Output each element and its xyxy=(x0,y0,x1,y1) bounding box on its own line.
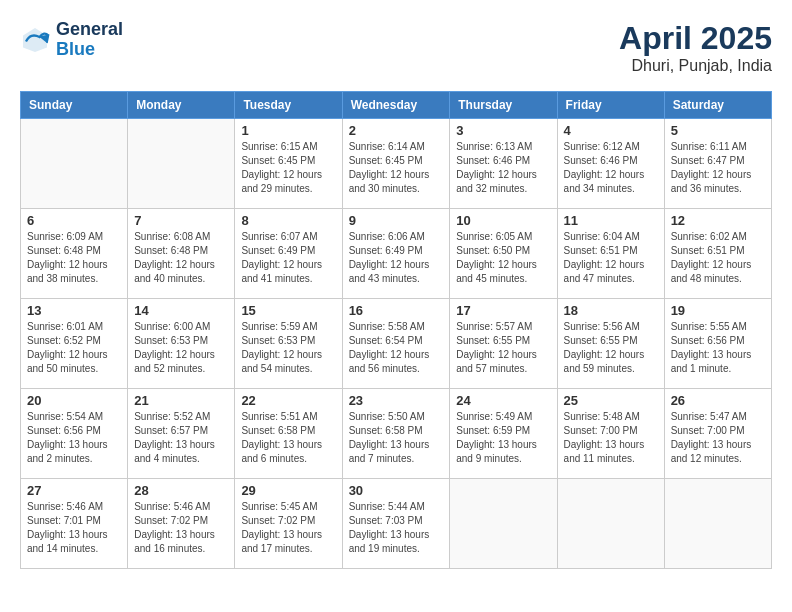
day-header: Sunday xyxy=(21,92,128,119)
day-number: 14 xyxy=(134,303,228,318)
day-number: 6 xyxy=(27,213,121,228)
day-number: 21 xyxy=(134,393,228,408)
page-header: General Blue April 2025 Dhuri, Punjab, I… xyxy=(20,20,772,75)
calendar-header-row: SundayMondayTuesdayWednesdayThursdayFrid… xyxy=(21,92,772,119)
logo-general: General xyxy=(56,20,123,40)
day-header: Monday xyxy=(128,92,235,119)
day-number: 19 xyxy=(671,303,765,318)
calendar-cell: 14Sunrise: 6:00 AMSunset: 6:53 PMDayligh… xyxy=(128,299,235,389)
page-subtitle: Dhuri, Punjab, India xyxy=(619,57,772,75)
calendar-cell: 16Sunrise: 5:58 AMSunset: 6:54 PMDayligh… xyxy=(342,299,450,389)
day-number: 4 xyxy=(564,123,658,138)
calendar-cell: 28Sunrise: 5:46 AMSunset: 7:02 PMDayligh… xyxy=(128,479,235,569)
calendar-week-row: 13Sunrise: 6:01 AMSunset: 6:52 PMDayligh… xyxy=(21,299,772,389)
day-info: Sunrise: 5:59 AMSunset: 6:53 PMDaylight:… xyxy=(241,320,335,376)
calendar-cell: 8Sunrise: 6:07 AMSunset: 6:49 PMDaylight… xyxy=(235,209,342,299)
calendar-cell: 29Sunrise: 5:45 AMSunset: 7:02 PMDayligh… xyxy=(235,479,342,569)
title-block: April 2025 Dhuri, Punjab, India xyxy=(619,20,772,75)
calendar-cell xyxy=(21,119,128,209)
day-number: 10 xyxy=(456,213,550,228)
day-info: Sunrise: 5:44 AMSunset: 7:03 PMDaylight:… xyxy=(349,500,444,556)
calendar-week-row: 1Sunrise: 6:15 AMSunset: 6:45 PMDaylight… xyxy=(21,119,772,209)
calendar-cell: 3Sunrise: 6:13 AMSunset: 6:46 PMDaylight… xyxy=(450,119,557,209)
day-info: Sunrise: 5:54 AMSunset: 6:56 PMDaylight:… xyxy=(27,410,121,466)
day-info: Sunrise: 5:57 AMSunset: 6:55 PMDaylight:… xyxy=(456,320,550,376)
day-number: 27 xyxy=(27,483,121,498)
logo-icon xyxy=(20,25,50,55)
day-number: 1 xyxy=(241,123,335,138)
calendar-cell: 5Sunrise: 6:11 AMSunset: 6:47 PMDaylight… xyxy=(664,119,771,209)
day-number: 29 xyxy=(241,483,335,498)
day-info: Sunrise: 5:46 AMSunset: 7:01 PMDaylight:… xyxy=(27,500,121,556)
day-number: 16 xyxy=(349,303,444,318)
day-number: 24 xyxy=(456,393,550,408)
day-info: Sunrise: 5:58 AMSunset: 6:54 PMDaylight:… xyxy=(349,320,444,376)
day-number: 8 xyxy=(241,213,335,228)
day-number: 26 xyxy=(671,393,765,408)
day-number: 22 xyxy=(241,393,335,408)
calendar-cell: 17Sunrise: 5:57 AMSunset: 6:55 PMDayligh… xyxy=(450,299,557,389)
day-info: Sunrise: 6:15 AMSunset: 6:45 PMDaylight:… xyxy=(241,140,335,196)
day-number: 9 xyxy=(349,213,444,228)
day-info: Sunrise: 5:52 AMSunset: 6:57 PMDaylight:… xyxy=(134,410,228,466)
calendar-cell: 19Sunrise: 5:55 AMSunset: 6:56 PMDayligh… xyxy=(664,299,771,389)
day-number: 17 xyxy=(456,303,550,318)
calendar-cell: 23Sunrise: 5:50 AMSunset: 6:58 PMDayligh… xyxy=(342,389,450,479)
day-info: Sunrise: 6:00 AMSunset: 6:53 PMDaylight:… xyxy=(134,320,228,376)
day-number: 20 xyxy=(27,393,121,408)
day-info: Sunrise: 5:47 AMSunset: 7:00 PMDaylight:… xyxy=(671,410,765,466)
day-info: Sunrise: 5:46 AMSunset: 7:02 PMDaylight:… xyxy=(134,500,228,556)
day-info: Sunrise: 5:51 AMSunset: 6:58 PMDaylight:… xyxy=(241,410,335,466)
calendar-cell: 20Sunrise: 5:54 AMSunset: 6:56 PMDayligh… xyxy=(21,389,128,479)
day-number: 15 xyxy=(241,303,335,318)
calendar-cell: 15Sunrise: 5:59 AMSunset: 6:53 PMDayligh… xyxy=(235,299,342,389)
day-header: Tuesday xyxy=(235,92,342,119)
calendar-cell: 2Sunrise: 6:14 AMSunset: 6:45 PMDaylight… xyxy=(342,119,450,209)
logo: General Blue xyxy=(20,20,123,60)
calendar-cell: 11Sunrise: 6:04 AMSunset: 6:51 PMDayligh… xyxy=(557,209,664,299)
day-header: Friday xyxy=(557,92,664,119)
calendar-cell: 10Sunrise: 6:05 AMSunset: 6:50 PMDayligh… xyxy=(450,209,557,299)
calendar-cell xyxy=(664,479,771,569)
day-number: 3 xyxy=(456,123,550,138)
day-info: Sunrise: 6:11 AMSunset: 6:47 PMDaylight:… xyxy=(671,140,765,196)
day-info: Sunrise: 5:49 AMSunset: 6:59 PMDaylight:… xyxy=(456,410,550,466)
day-info: Sunrise: 6:01 AMSunset: 6:52 PMDaylight:… xyxy=(27,320,121,376)
day-header: Thursday xyxy=(450,92,557,119)
day-number: 25 xyxy=(564,393,658,408)
day-number: 11 xyxy=(564,213,658,228)
day-info: Sunrise: 6:02 AMSunset: 6:51 PMDaylight:… xyxy=(671,230,765,286)
calendar-cell: 12Sunrise: 6:02 AMSunset: 6:51 PMDayligh… xyxy=(664,209,771,299)
day-header: Wednesday xyxy=(342,92,450,119)
day-number: 30 xyxy=(349,483,444,498)
calendar-cell: 1Sunrise: 6:15 AMSunset: 6:45 PMDaylight… xyxy=(235,119,342,209)
calendar-cell: 30Sunrise: 5:44 AMSunset: 7:03 PMDayligh… xyxy=(342,479,450,569)
day-info: Sunrise: 6:12 AMSunset: 6:46 PMDaylight:… xyxy=(564,140,658,196)
day-number: 18 xyxy=(564,303,658,318)
day-number: 2 xyxy=(349,123,444,138)
calendar-cell: 22Sunrise: 5:51 AMSunset: 6:58 PMDayligh… xyxy=(235,389,342,479)
calendar-week-row: 27Sunrise: 5:46 AMSunset: 7:01 PMDayligh… xyxy=(21,479,772,569)
calendar-week-row: 6Sunrise: 6:09 AMSunset: 6:48 PMDaylight… xyxy=(21,209,772,299)
day-header: Saturday xyxy=(664,92,771,119)
day-info: Sunrise: 6:09 AMSunset: 6:48 PMDaylight:… xyxy=(27,230,121,286)
calendar-cell: 18Sunrise: 5:56 AMSunset: 6:55 PMDayligh… xyxy=(557,299,664,389)
day-info: Sunrise: 6:07 AMSunset: 6:49 PMDaylight:… xyxy=(241,230,335,286)
calendar-cell: 27Sunrise: 5:46 AMSunset: 7:01 PMDayligh… xyxy=(21,479,128,569)
calendar-cell: 21Sunrise: 5:52 AMSunset: 6:57 PMDayligh… xyxy=(128,389,235,479)
calendar-cell: 4Sunrise: 6:12 AMSunset: 6:46 PMDaylight… xyxy=(557,119,664,209)
day-info: Sunrise: 6:13 AMSunset: 6:46 PMDaylight:… xyxy=(456,140,550,196)
calendar-week-row: 20Sunrise: 5:54 AMSunset: 6:56 PMDayligh… xyxy=(21,389,772,479)
calendar-cell xyxy=(450,479,557,569)
day-info: Sunrise: 6:05 AMSunset: 6:50 PMDaylight:… xyxy=(456,230,550,286)
calendar-cell: 7Sunrise: 6:08 AMSunset: 6:48 PMDaylight… xyxy=(128,209,235,299)
calendar-cell: 9Sunrise: 6:06 AMSunset: 6:49 PMDaylight… xyxy=(342,209,450,299)
day-info: Sunrise: 5:50 AMSunset: 6:58 PMDaylight:… xyxy=(349,410,444,466)
calendar-cell: 13Sunrise: 6:01 AMSunset: 6:52 PMDayligh… xyxy=(21,299,128,389)
calendar-cell xyxy=(557,479,664,569)
day-info: Sunrise: 6:08 AMSunset: 6:48 PMDaylight:… xyxy=(134,230,228,286)
day-number: 28 xyxy=(134,483,228,498)
day-info: Sunrise: 6:06 AMSunset: 6:49 PMDaylight:… xyxy=(349,230,444,286)
day-number: 5 xyxy=(671,123,765,138)
calendar-cell: 24Sunrise: 5:49 AMSunset: 6:59 PMDayligh… xyxy=(450,389,557,479)
